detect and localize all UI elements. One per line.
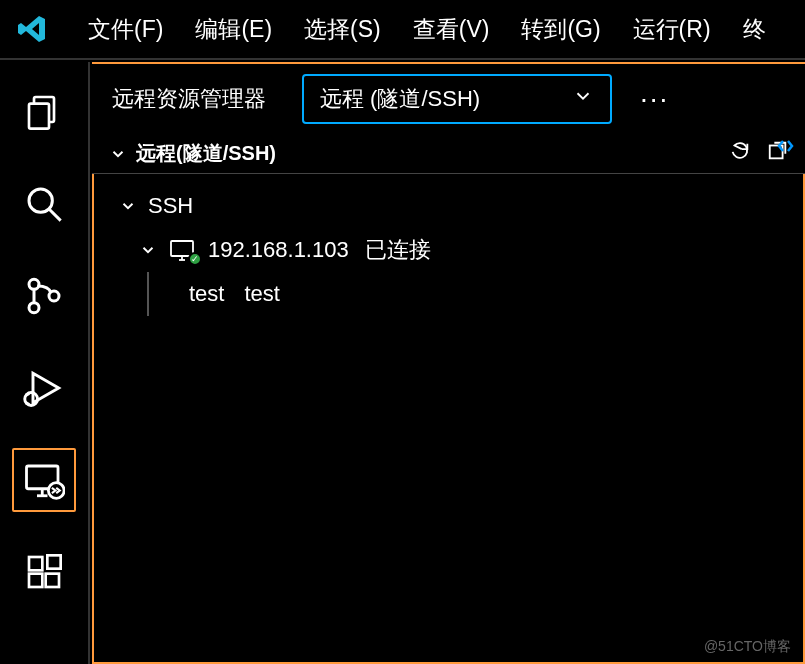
- chevron-down-icon: [108, 145, 128, 163]
- host-ip: 192.168.1.103: [208, 237, 349, 263]
- menu-go[interactable]: 转到(G): [507, 8, 614, 51]
- svg-point-4: [29, 279, 39, 289]
- svg-line-3: [49, 209, 61, 221]
- tree-indent-guide: [147, 272, 149, 316]
- svg-rect-15: [29, 574, 42, 587]
- svg-rect-1: [29, 104, 49, 129]
- svg-line-8: [26, 394, 30, 396]
- svg-line-9: [26, 403, 30, 405]
- tree-group-ssh[interactable]: SSH: [94, 184, 803, 228]
- folder-name: test: [189, 281, 224, 307]
- group-label: SSH: [148, 193, 193, 219]
- run-debug-icon[interactable]: [12, 356, 76, 420]
- chevron-down-icon: [118, 197, 138, 215]
- svg-rect-17: [47, 555, 60, 568]
- tree-host[interactable]: ✓ 192.168.1.103 已连接: [94, 228, 803, 272]
- remote-indicator-icon[interactable]: [777, 134, 801, 163]
- remote-explorer-icon[interactable]: [12, 448, 76, 512]
- connected-status-icon: ✓: [188, 252, 202, 266]
- section-title: 远程(隧道/SSH): [136, 140, 276, 167]
- menubar: 文件(F) 编辑(E) 选择(S) 查看(V) 转到(G) 运行(R) 终: [0, 0, 805, 60]
- tree-folder[interactable]: test test: [94, 272, 803, 316]
- svg-rect-16: [46, 574, 59, 587]
- menu-run[interactable]: 运行(R): [619, 8, 725, 51]
- watermark: @51CTO博客: [704, 638, 791, 656]
- more-actions-button[interactable]: ···: [640, 83, 669, 115]
- folder-label: test: [244, 281, 279, 307]
- remote-tree: SSH ✓ 192.168.1.103 已连接 test te: [92, 174, 805, 664]
- vscode-logo-icon: [12, 9, 52, 49]
- host-status: 已连接: [365, 235, 431, 265]
- explorer-header: 远程资源管理器 远程 (隧道/SSH) ···: [92, 64, 805, 134]
- svg-point-2: [29, 189, 52, 212]
- remote-explorer-panel: 远程资源管理器 远程 (隧道/SSH) ··· 远程(隧道/SSH): [92, 62, 805, 664]
- menu-terminal[interactable]: 终: [729, 8, 780, 51]
- chevron-down-icon: [572, 85, 594, 113]
- remote-host-icon: ✓: [168, 238, 198, 262]
- menu-selection[interactable]: 选择(S): [290, 8, 395, 51]
- menu-file[interactable]: 文件(F): [74, 8, 177, 51]
- chevron-down-icon: [138, 241, 158, 259]
- remote-type-dropdown[interactable]: 远程 (隧道/SSH): [302, 74, 612, 124]
- explorer-icon[interactable]: [12, 80, 76, 144]
- activity-bar: [0, 62, 90, 664]
- dropdown-label: 远程 (隧道/SSH): [320, 84, 480, 114]
- section-header[interactable]: 远程(隧道/SSH): [92, 134, 805, 174]
- explorer-title: 远程资源管理器: [112, 84, 266, 114]
- menu-view[interactable]: 查看(V): [399, 8, 504, 51]
- svg-point-5: [29, 303, 39, 313]
- menu-edit[interactable]: 编辑(E): [181, 8, 286, 51]
- extensions-icon[interactable]: [12, 540, 76, 604]
- search-icon[interactable]: [12, 172, 76, 236]
- refresh-icon[interactable]: [729, 140, 751, 167]
- source-control-icon[interactable]: [12, 264, 76, 328]
- svg-rect-14: [29, 557, 42, 570]
